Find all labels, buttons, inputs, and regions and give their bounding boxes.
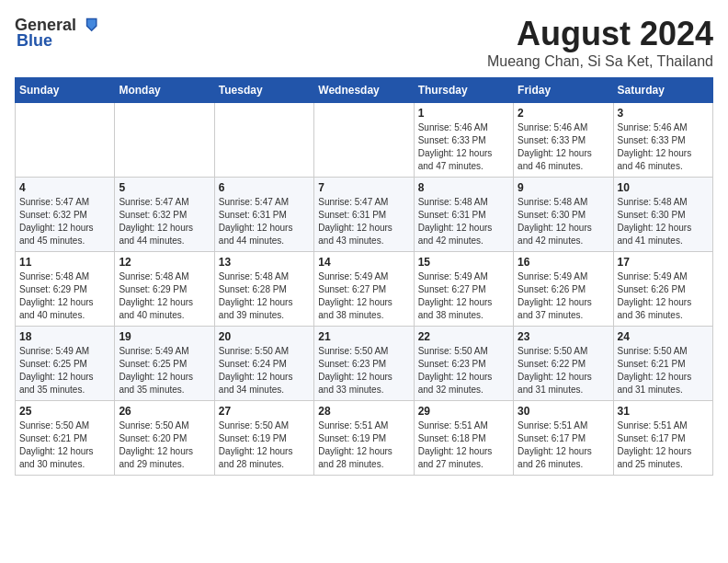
calendar-table: SundayMondayTuesdayWednesdayThursdayFrid… xyxy=(15,77,713,476)
day-number: 14 xyxy=(318,256,409,269)
calendar-day-cell: 16Sunrise: 5:49 AMSunset: 6:26 PMDayligh… xyxy=(514,252,613,327)
day-number: 18 xyxy=(19,330,110,343)
day-number: 12 xyxy=(119,256,210,269)
calendar-week-row: 18Sunrise: 5:49 AMSunset: 6:25 PMDayligh… xyxy=(16,327,713,401)
day-number: 1 xyxy=(418,107,509,120)
calendar-day-cell: 5Sunrise: 5:47 AMSunset: 6:32 PMDaylight… xyxy=(115,178,214,252)
calendar-day-cell: 23Sunrise: 5:50 AMSunset: 6:22 PMDayligh… xyxy=(514,327,613,401)
calendar-day-cell: 11Sunrise: 5:48 AMSunset: 6:29 PMDayligh… xyxy=(16,252,115,327)
calendar-day-cell: 15Sunrise: 5:49 AMSunset: 6:27 PMDayligh… xyxy=(414,252,513,327)
day-of-week-header: Saturday xyxy=(613,78,712,103)
day-number: 2 xyxy=(518,107,609,120)
day-info: Sunrise: 5:48 AMSunset: 6:31 PMDaylight:… xyxy=(418,196,509,247)
day-number: 13 xyxy=(219,256,310,269)
day-info: Sunrise: 5:49 AMSunset: 6:25 PMDaylight:… xyxy=(19,345,110,396)
day-number: 6 xyxy=(219,181,310,194)
calendar-day-cell: 3Sunrise: 5:46 AMSunset: 6:33 PMDaylight… xyxy=(613,103,712,178)
day-info: Sunrise: 5:50 AMSunset: 6:20 PMDaylight:… xyxy=(119,419,210,471)
day-info: Sunrise: 5:48 AMSunset: 6:30 PMDaylight:… xyxy=(618,196,709,247)
calendar-day-cell: 22Sunrise: 5:50 AMSunset: 6:23 PMDayligh… xyxy=(414,327,513,401)
day-info: Sunrise: 5:51 AMSunset: 6:18 PMDaylight:… xyxy=(418,419,509,471)
calendar-day-cell: 1Sunrise: 5:46 AMSunset: 6:33 PMDaylight… xyxy=(414,103,513,178)
day-info: Sunrise: 5:51 AMSunset: 6:19 PMDaylight:… xyxy=(318,419,409,471)
day-of-week-header: Thursday xyxy=(414,78,513,103)
day-info: Sunrise: 5:50 AMSunset: 6:23 PMDaylight:… xyxy=(318,345,409,396)
day-number: 29 xyxy=(418,405,509,418)
calendar-day-cell: 17Sunrise: 5:49 AMSunset: 6:26 PMDayligh… xyxy=(613,252,712,327)
day-number: 7 xyxy=(318,181,409,194)
logo: General Blue xyxy=(15,15,98,51)
day-number: 22 xyxy=(418,330,509,343)
calendar-day-cell: 21Sunrise: 5:50 AMSunset: 6:23 PMDayligh… xyxy=(314,327,414,401)
day-info: Sunrise: 5:51 AMSunset: 6:17 PMDaylight:… xyxy=(518,419,609,471)
calendar-day-cell: 31Sunrise: 5:51 AMSunset: 6:17 PMDayligh… xyxy=(613,401,712,476)
calendar-header-row: SundayMondayTuesdayWednesdayThursdayFrid… xyxy=(16,78,713,103)
day-info: Sunrise: 5:49 AMSunset: 6:25 PMDaylight:… xyxy=(119,345,210,396)
day-info: Sunrise: 5:50 AMSunset: 6:21 PMDaylight:… xyxy=(19,419,110,471)
day-number: 15 xyxy=(418,256,509,269)
day-number: 31 xyxy=(618,405,709,418)
day-number: 24 xyxy=(618,330,709,343)
day-info: Sunrise: 5:48 AMSunset: 6:30 PMDaylight:… xyxy=(518,196,609,247)
day-number: 25 xyxy=(19,405,110,418)
day-info: Sunrise: 5:50 AMSunset: 6:19 PMDaylight:… xyxy=(219,419,310,471)
logo-icon xyxy=(78,15,98,35)
location-subtitle: Mueang Chan, Si Sa Ket, Thailand xyxy=(487,53,713,70)
day-info: Sunrise: 5:47 AMSunset: 6:32 PMDaylight:… xyxy=(119,196,210,247)
calendar-day-cell: 2Sunrise: 5:46 AMSunset: 6:33 PMDaylight… xyxy=(514,103,613,178)
calendar-day-cell xyxy=(314,103,414,178)
day-of-week-header: Tuesday xyxy=(214,78,313,103)
title-section: August 2024 Mueang Chan, Si Sa Ket, Thai… xyxy=(487,15,713,70)
day-number: 17 xyxy=(618,256,709,269)
day-number: 20 xyxy=(219,330,310,343)
day-number: 26 xyxy=(119,405,210,418)
day-info: Sunrise: 5:49 AMSunset: 6:26 PMDaylight:… xyxy=(518,270,609,322)
calendar-day-cell: 20Sunrise: 5:50 AMSunset: 6:24 PMDayligh… xyxy=(214,327,313,401)
calendar-day-cell: 4Sunrise: 5:47 AMSunset: 6:32 PMDaylight… xyxy=(16,178,115,252)
day-number: 19 xyxy=(119,330,210,343)
day-of-week-header: Wednesday xyxy=(314,78,414,103)
day-info: Sunrise: 5:49 AMSunset: 6:27 PMDaylight:… xyxy=(318,270,409,322)
day-number: 28 xyxy=(318,405,409,418)
calendar-day-cell: 8Sunrise: 5:48 AMSunset: 6:31 PMDaylight… xyxy=(414,178,513,252)
calendar-day-cell: 27Sunrise: 5:50 AMSunset: 6:19 PMDayligh… xyxy=(214,401,313,476)
day-number: 4 xyxy=(19,181,110,194)
calendar-day-cell: 18Sunrise: 5:49 AMSunset: 6:25 PMDayligh… xyxy=(16,327,115,401)
day-info: Sunrise: 5:47 AMSunset: 6:31 PMDaylight:… xyxy=(219,196,310,247)
day-number: 16 xyxy=(518,256,609,269)
day-info: Sunrise: 5:50 AMSunset: 6:23 PMDaylight:… xyxy=(418,345,509,396)
calendar-day-cell: 26Sunrise: 5:50 AMSunset: 6:20 PMDayligh… xyxy=(115,401,214,476)
calendar-day-cell xyxy=(115,103,214,178)
logo-blue-text: Blue xyxy=(17,31,52,51)
calendar-day-cell: 10Sunrise: 5:48 AMSunset: 6:30 PMDayligh… xyxy=(613,178,712,252)
calendar-day-cell: 7Sunrise: 5:47 AMSunset: 6:31 PMDaylight… xyxy=(314,178,414,252)
day-info: Sunrise: 5:46 AMSunset: 6:33 PMDaylight:… xyxy=(618,121,709,173)
day-info: Sunrise: 5:47 AMSunset: 6:31 PMDaylight:… xyxy=(318,196,409,247)
day-of-week-header: Sunday xyxy=(16,78,115,103)
day-info: Sunrise: 5:48 AMSunset: 6:28 PMDaylight:… xyxy=(219,270,310,322)
calendar-day-cell: 24Sunrise: 5:50 AMSunset: 6:21 PMDayligh… xyxy=(613,327,712,401)
day-info: Sunrise: 5:49 AMSunset: 6:26 PMDaylight:… xyxy=(618,270,709,322)
calendar-day-cell xyxy=(214,103,313,178)
day-number: 27 xyxy=(219,405,310,418)
calendar-day-cell: 28Sunrise: 5:51 AMSunset: 6:19 PMDayligh… xyxy=(314,401,414,476)
day-of-week-header: Monday xyxy=(115,78,214,103)
day-info: Sunrise: 5:50 AMSunset: 6:24 PMDaylight:… xyxy=(219,345,310,396)
calendar-day-cell: 29Sunrise: 5:51 AMSunset: 6:18 PMDayligh… xyxy=(414,401,513,476)
day-info: Sunrise: 5:47 AMSunset: 6:32 PMDaylight:… xyxy=(19,196,110,247)
day-info: Sunrise: 5:48 AMSunset: 6:29 PMDaylight:… xyxy=(119,270,210,322)
day-info: Sunrise: 5:50 AMSunset: 6:21 PMDaylight:… xyxy=(618,345,709,396)
page-header: General Blue August 2024 Mueang Chan, Si… xyxy=(15,15,713,70)
day-number: 23 xyxy=(518,330,609,343)
calendar-week-row: 11Sunrise: 5:48 AMSunset: 6:29 PMDayligh… xyxy=(16,252,713,327)
calendar-day-cell: 12Sunrise: 5:48 AMSunset: 6:29 PMDayligh… xyxy=(115,252,214,327)
month-year-title: August 2024 xyxy=(487,15,713,53)
calendar-day-cell: 14Sunrise: 5:49 AMSunset: 6:27 PMDayligh… xyxy=(314,252,414,327)
calendar-week-row: 1Sunrise: 5:46 AMSunset: 6:33 PMDaylight… xyxy=(16,103,713,178)
calendar-day-cell: 13Sunrise: 5:48 AMSunset: 6:28 PMDayligh… xyxy=(214,252,313,327)
day-number: 11 xyxy=(19,256,110,269)
calendar-day-cell: 19Sunrise: 5:49 AMSunset: 6:25 PMDayligh… xyxy=(115,327,214,401)
day-of-week-header: Friday xyxy=(514,78,613,103)
calendar-day-cell: 6Sunrise: 5:47 AMSunset: 6:31 PMDaylight… xyxy=(214,178,313,252)
day-number: 5 xyxy=(119,181,210,194)
